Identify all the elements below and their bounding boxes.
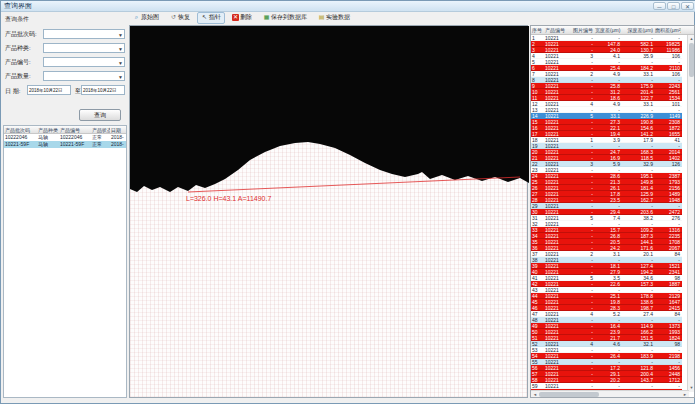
table-cell: 10221 bbox=[544, 47, 572, 52]
toolbar-button-data[interactable]: ▤实验数据 bbox=[314, 12, 354, 24]
table-cell: - bbox=[572, 191, 594, 196]
vertical-scrollbar[interactable]: ▲ ▼ bbox=[687, 35, 694, 392]
column-header[interactable]: 产品编号 bbox=[544, 26, 572, 34]
table-cell: 36 bbox=[531, 245, 544, 250]
table-cell: 10222046 bbox=[59, 134, 91, 141]
minimize-button[interactable]: ─ bbox=[653, 2, 666, 10]
scroll-up-icon[interactable]: ▲ bbox=[688, 35, 695, 43]
table-cell: 10221 bbox=[544, 59, 572, 64]
table-row[interactable]: 10222046马轴10222046正常2018- bbox=[4, 134, 126, 141]
table-cell: 20.1 bbox=[621, 251, 654, 256]
product-type-label: 产品种类: bbox=[5, 44, 31, 53]
column-header[interactable]: 图片编号 bbox=[572, 26, 594, 34]
table-cell: 2018- bbox=[110, 141, 126, 148]
column-header[interactable]: 面积差(μm²) bbox=[654, 26, 681, 34]
table-cell: - bbox=[572, 353, 594, 358]
table-cell: 45 bbox=[531, 299, 544, 304]
horizontal-scroll-thumb[interactable] bbox=[539, 392, 599, 397]
table-cell: 2341 bbox=[654, 269, 681, 274]
table-cell: 10221 bbox=[544, 191, 572, 196]
toolbar-button-delete[interactable]: ✕删除 bbox=[228, 12, 256, 24]
scroll-down-icon[interactable]: ▼ bbox=[688, 384, 695, 392]
table-cell: 51 bbox=[531, 335, 544, 340]
table-cell: 16.9 bbox=[594, 155, 621, 160]
table-cell: - bbox=[572, 257, 594, 262]
close-button[interactable]: ✕ bbox=[681, 2, 694, 10]
table-cell: - bbox=[621, 347, 654, 352]
table-cell: 35 bbox=[531, 239, 544, 244]
toolbar-button-cursor[interactable]: ↖指针 bbox=[197, 12, 225, 24]
table-cell: 27.4 bbox=[621, 311, 654, 316]
table-cell: 1824 bbox=[654, 335, 681, 340]
product-type-select[interactable]: ▼ bbox=[43, 43, 125, 53]
chevron-down-icon: ▼ bbox=[118, 32, 123, 38]
date-from-picker[interactable]: 2018年10月22日 bbox=[27, 85, 71, 95]
table-cell: - bbox=[654, 77, 681, 82]
table-cell: 32.9 bbox=[621, 161, 654, 166]
table-cell: 26 bbox=[531, 185, 544, 190]
measurement-table-body: 110221----210221-147.8582.119825310221-2… bbox=[531, 35, 682, 391]
table-cell: - bbox=[572, 95, 594, 100]
product-table-header: 产品批次码产品种类产品编号产品状态日期 bbox=[4, 126, 126, 134]
column-header[interactable]: 产品种类 bbox=[37, 126, 59, 133]
scroll-left-icon[interactable]: ◄ bbox=[531, 391, 539, 398]
table-cell: 168.3 bbox=[621, 149, 654, 154]
save-db-icon: ▦ bbox=[263, 14, 270, 21]
table-cell: 23 bbox=[531, 167, 544, 172]
table-cell: - bbox=[572, 233, 594, 238]
scroll-right-icon[interactable]: ► bbox=[681, 391, 689, 398]
table-cell: - bbox=[654, 35, 681, 40]
table-cell: - bbox=[572, 59, 594, 64]
column-header[interactable]: 宽度差(μm) bbox=[594, 26, 621, 34]
table-cell: 19.8 bbox=[594, 299, 621, 304]
product-number-select[interactable]: ▼ bbox=[43, 57, 125, 67]
table-cell: 29.4 bbox=[594, 209, 621, 214]
table-cell: 114.9 bbox=[621, 323, 654, 328]
table-cell: 98 bbox=[654, 341, 681, 346]
column-header[interactable]: 深度差(μm) bbox=[621, 26, 654, 34]
table-cell: 29.1 bbox=[594, 371, 621, 376]
column-header[interactable]: 产品编号 bbox=[59, 126, 91, 133]
table-cell: - bbox=[572, 47, 594, 52]
chevron-down-icon: ▼ bbox=[118, 46, 123, 52]
query-button[interactable]: 查询 bbox=[79, 109, 121, 121]
product-quantity-select[interactable]: ▼ bbox=[43, 71, 125, 81]
table-cell: 26.8 bbox=[594, 233, 621, 238]
table-cell: - bbox=[572, 323, 594, 328]
vertical-scroll-thumb[interactable] bbox=[689, 43, 694, 77]
table-cell: - bbox=[572, 65, 594, 70]
batch-code-select[interactable]: ▼ bbox=[43, 29, 125, 39]
table-cell: 171.6 bbox=[621, 245, 654, 250]
measurement-table: 序号产品编号图片编号宽度差(μm)深度差(μm)面积差(μm²) 110221-… bbox=[530, 25, 695, 398]
table-cell: 4 bbox=[572, 341, 594, 346]
table-cell: 10221 bbox=[544, 143, 572, 148]
column-header[interactable]: 日期 bbox=[110, 126, 126, 133]
toolbar-button-zoom[interactable]: ⌕原始图 bbox=[129, 12, 163, 24]
table-cell: 10221 bbox=[544, 299, 572, 304]
date-to-picker[interactable]: 2018年10月22日 bbox=[81, 85, 125, 95]
horizontal-scrollbar[interactable]: ◄ ► bbox=[531, 390, 689, 397]
table-row[interactable]: 10221-59F马轴10221-59F正常2018- bbox=[4, 141, 126, 148]
image-viewer[interactable]: L=326.0 H=43.1 A=11490.7 bbox=[129, 25, 528, 398]
maximize-button[interactable]: □ bbox=[667, 2, 680, 10]
table-cell: 151.5 bbox=[621, 335, 654, 340]
column-header[interactable]: 产品状态 bbox=[91, 126, 110, 133]
table-cell: 17.2 bbox=[594, 365, 621, 370]
table-cell: 1534 bbox=[654, 95, 681, 100]
toolbar-button-label: 恢复 bbox=[178, 13, 190, 22]
table-cell: 6 bbox=[531, 65, 544, 70]
toolbar-button-restore[interactable]: ↺恢复 bbox=[166, 12, 194, 24]
table-cell: 5 bbox=[572, 113, 594, 118]
table-cell: 4.1 bbox=[594, 53, 621, 58]
query-section-label: 查询条件 bbox=[5, 15, 127, 24]
table-cell: 10221 bbox=[544, 185, 572, 190]
column-header[interactable]: 产品批次码 bbox=[4, 126, 37, 133]
toolbar-button-label: 指针 bbox=[209, 13, 221, 22]
table-cell: - bbox=[572, 209, 594, 214]
table-cell: 5 bbox=[572, 275, 594, 280]
field-row-batch: 产品批次码: ▼ bbox=[3, 28, 127, 42]
column-header[interactable]: 序号 bbox=[531, 26, 544, 34]
data-icon: ▤ bbox=[318, 14, 325, 21]
toolbar-button-save-db[interactable]: ▦保存到数据库 bbox=[259, 12, 311, 24]
table-cell: 178.8 bbox=[621, 293, 654, 298]
